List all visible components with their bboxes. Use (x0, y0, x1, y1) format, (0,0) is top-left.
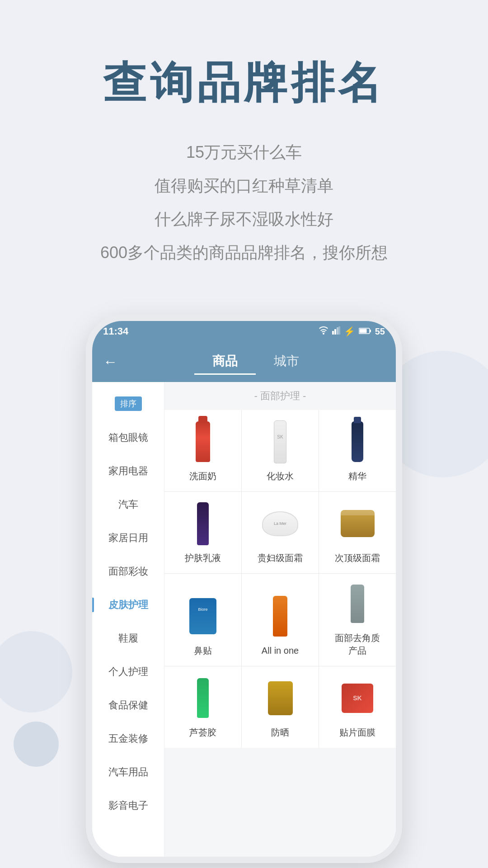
sidebar-item-makeup[interactable]: 面部彩妆 (92, 555, 164, 588)
product-cell-lamer[interactable]: 贵妇级面霜 (242, 492, 319, 573)
sidebar: 排序 箱包眼镜 家用电器 汽车 家居日用 面部彩妆 皮肤护理 鞋履 个人护理 食… (92, 382, 164, 857)
wifi-icon (319, 326, 328, 337)
sidebar-sort-badge[interactable]: 排序 (92, 387, 164, 421)
product-image-face-wash (185, 419, 221, 464)
sidebar-item-electronics[interactable]: 影音电子 (92, 789, 164, 822)
svg-rect-5 (359, 329, 366, 333)
phone-nav: ← 商品 城市 (92, 342, 396, 382)
product-cell-serum[interactable]: 精华 (319, 410, 396, 491)
product-label-aloe: 芦荟胶 (189, 726, 216, 739)
svg-rect-1 (334, 329, 336, 335)
product-image-toner (262, 419, 298, 464)
battery-icon (359, 326, 371, 337)
product-image-aloe (185, 675, 221, 721)
product-image-gold-cream (339, 501, 375, 546)
product-label-face-wash: 洗面奶 (189, 470, 216, 482)
deco-circle-left (0, 631, 72, 712)
subtitle-4: 600多个品类的商品品牌排名，搜你所想 (27, 241, 461, 265)
product-cell-sheet-mask[interactable]: 贴片面膜 (319, 666, 396, 748)
product-cell-aloe[interactable]: 芦荟胶 (164, 666, 241, 748)
subtitle-1: 15万元买什么车 (27, 140, 461, 165)
aloe-icon (197, 678, 209, 718)
product-image-sheet-mask (339, 675, 375, 721)
status-icons: ⚡ 55 (319, 326, 385, 337)
sidebar-item-food[interactable]: 食品保健 (92, 689, 164, 722)
product-label-gold-cream: 次顶级面霜 (335, 552, 380, 564)
product-cell-exfoliant[interactable]: 面部去角质产品 (319, 574, 396, 666)
product-image-sunscreen (262, 675, 298, 721)
product-label-exfoliant: 面部去角质产品 (335, 632, 380, 657)
gold-cream-icon (341, 510, 375, 537)
product-image-lamer (262, 501, 298, 546)
sidebar-item-bags[interactable]: 箱包眼镜 (92, 421, 164, 454)
lamer-icon (262, 511, 298, 536)
face-wash-icon (196, 421, 210, 462)
deco-dot-left (14, 722, 59, 767)
sidebar-item-skincare[interactable]: 皮肤护理 (92, 588, 164, 622)
sunscreen-icon (268, 681, 293, 715)
hero-section: 查询品牌排名 15万元买什么车 值得购买的口红种草清单 什么牌子尿不湿吸水性好 … (0, 0, 488, 315)
back-button[interactable]: ← (103, 354, 117, 370)
sheet-mask-icon (342, 684, 373, 713)
sidebar-item-appliances[interactable]: 家用电器 (92, 454, 164, 488)
phone-content: 排序 箱包眼镜 家用电器 汽车 家居日用 面部彩妆 皮肤护理 鞋履 个人护理 食… (92, 382, 396, 857)
sidebar-item-auto[interactable]: 汽车用品 (92, 755, 164, 789)
subtitle-container: 15万元买什么车 值得购买的口红种草清单 什么牌子尿不湿吸水性好 600多个品类… (27, 140, 461, 265)
product-grid: 洗面奶 化妆水 精华 (164, 410, 396, 748)
serum-icon (352, 421, 363, 462)
sidebar-item-personal[interactable]: 个人护理 (92, 655, 164, 689)
product-label-lamer: 贵妇级面霜 (258, 552, 303, 564)
product-image-exfoliant (339, 581, 375, 626)
sort-badge: 排序 (115, 396, 142, 411)
status-bar: 11:34 ⚡ (92, 321, 396, 342)
product-cell-sunscreen[interactable]: 防晒 (242, 666, 319, 748)
product-label-sheet-mask: 贴片面膜 (339, 726, 375, 739)
product-label-all-in-one: All in one (262, 644, 299, 657)
product-cell-gold-cream[interactable]: 次顶级面霜 (319, 492, 396, 573)
product-cell-face-wash[interactable]: 洗面奶 (164, 410, 241, 491)
toner-icon (274, 420, 286, 463)
product-label-lotion: 护肤乳液 (185, 552, 221, 564)
main-title: 查询品牌排名 (27, 54, 461, 113)
product-cell-lotion[interactable]: 护肤乳液 (164, 492, 241, 573)
product-label-toner: 化妆水 (267, 470, 294, 482)
all-in-one-icon (273, 596, 287, 637)
svg-rect-0 (332, 331, 334, 335)
product-cell-all-in-one[interactable]: All in one (242, 574, 319, 666)
product-cell-toner[interactable]: 化妆水 (242, 410, 319, 491)
sidebar-item-hardware[interactable]: 五金装修 (92, 722, 164, 755)
sidebar-item-home[interactable]: 家居日用 (92, 521, 164, 555)
phone-mockup: 11:34 ⚡ (86, 315, 402, 863)
exfoliant-icon (351, 585, 364, 623)
product-label-serum: 精华 (348, 470, 366, 482)
svg-rect-6 (370, 330, 371, 332)
nose-patch-icon (189, 598, 216, 634)
signal-icon (332, 326, 340, 337)
product-label-sunscreen: 防晒 (271, 726, 289, 739)
tab-products[interactable]: 商品 (194, 349, 256, 375)
lotion-icon (197, 502, 209, 545)
section-header: - 面部护理 - (164, 382, 396, 410)
sidebar-item-shoes[interactable]: 鞋履 (92, 622, 164, 655)
status-time: 11:34 (103, 326, 128, 337)
product-grid-area: - 面部护理 - 洗面奶 化妆水 (164, 382, 396, 857)
svg-rect-3 (338, 326, 340, 335)
product-image-lotion (185, 501, 221, 546)
battery-level: 55 (375, 326, 385, 337)
product-image-nose-patch (185, 594, 221, 639)
subtitle-3: 什么牌子尿不湿吸水性好 (27, 207, 461, 231)
product-image-all-in-one (262, 594, 298, 639)
tab-city[interactable]: 城市 (256, 349, 317, 375)
sidebar-item-cars[interactable]: 汽车 (92, 488, 164, 521)
product-image-serum (339, 419, 375, 464)
product-label-nose-patch: 鼻贴 (194, 644, 212, 657)
phone-section: 11:34 ⚡ (0, 315, 488, 868)
product-cell-nose-patch[interactable]: 鼻贴 (164, 574, 241, 666)
nav-tabs: 商品 城市 (127, 349, 385, 375)
lightning-icon: ⚡ (344, 326, 355, 337)
subtitle-2: 值得购买的口红种草清单 (27, 174, 461, 198)
svg-rect-2 (337, 327, 338, 335)
